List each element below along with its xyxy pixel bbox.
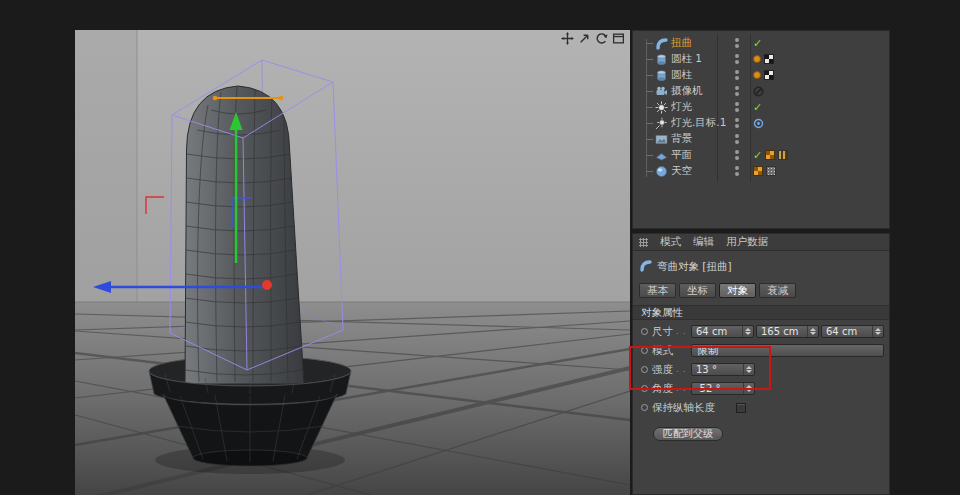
- object-row-camera[interactable]: 摄像机: [633, 83, 889, 99]
- object-label: 灯光.目标.1: [671, 116, 726, 130]
- grip-icon[interactable]: [639, 238, 648, 247]
- field-value: 64 cm: [826, 326, 857, 337]
- visibility-dots[interactable]: [735, 134, 739, 144]
- spin-down-icon: [746, 389, 752, 392]
- size-x-field[interactable]: 64 cm: [691, 325, 754, 338]
- protection-tag-icon[interactable]: [753, 82, 764, 101]
- viewport-toolbar: [561, 32, 625, 45]
- maximize-icon[interactable]: [612, 32, 625, 45]
- property-row-strength: 强度 . . . . . . . 13 °: [633, 360, 889, 379]
- object-row-light-target[interactable]: 灯光.目标.1: [633, 115, 889, 131]
- object-label: 灯光: [671, 100, 692, 114]
- tree-connector: [647, 59, 653, 60]
- tab-basic[interactable]: 基本: [639, 283, 676, 298]
- object-manager: 扭曲 ✓ 圆柱 1: [632, 30, 890, 229]
- object-row-plane[interactable]: 平面 ✓: [633, 147, 889, 163]
- viewport-canvas[interactable]: [75, 30, 630, 495]
- texture-tag-icon[interactable]: [764, 70, 774, 80]
- sky-icon: [655, 165, 668, 178]
- tab-object[interactable]: 对象: [719, 283, 756, 298]
- keyframe-circle[interactable]: [641, 347, 648, 354]
- rotate-icon[interactable]: [595, 32, 608, 45]
- enabled-check-icon[interactable]: ✓: [753, 38, 762, 49]
- tree-connector: [647, 171, 653, 172]
- property-row-angle: 角度 . . . . . . . -52 °: [633, 379, 889, 398]
- compositing-tag-icon[interactable]: [778, 150, 788, 160]
- tab-coordinates[interactable]: 坐标: [679, 283, 716, 298]
- background-icon: [655, 133, 668, 146]
- target-tag-icon[interactable]: [753, 114, 764, 133]
- enabled-check-icon[interactable]: ✓: [753, 102, 762, 113]
- visibility-dots[interactable]: [735, 102, 739, 112]
- field-spinner[interactable]: [872, 326, 883, 337]
- attribute-manager: 模式 编辑 用户数据 弯曲对象 [扭曲] 基本 坐标 对象 衰减 对象属性 尺寸…: [632, 233, 890, 495]
- tree-connector: [647, 155, 653, 156]
- property-label: 尺寸: [652, 325, 673, 339]
- visibility-dots[interactable]: [735, 118, 739, 128]
- angle-field[interactable]: -52 °: [691, 382, 755, 395]
- phong-tag-icon[interactable]: [753, 71, 761, 79]
- field-spinner[interactable]: [743, 364, 754, 375]
- plane-icon: [655, 149, 668, 162]
- property-label: 保持纵轴长度: [652, 401, 715, 415]
- enabled-check-icon[interactable]: ✓: [753, 150, 762, 161]
- tree-connector: [647, 123, 653, 124]
- texture-tag-icon[interactable]: [764, 54, 774, 64]
- keep-length-checkbox[interactable]: [736, 403, 746, 413]
- texture-tag-icon[interactable]: [765, 150, 775, 160]
- spin-down-icon: [745, 332, 751, 335]
- object-row-background[interactable]: 背景: [633, 131, 889, 147]
- visibility-dots[interactable]: [735, 150, 739, 160]
- dotted-leader: . . . . . . .: [676, 384, 691, 393]
- menu-userdata[interactable]: 用户数据: [726, 235, 768, 249]
- keyframe-circle[interactable]: [641, 328, 648, 335]
- phong-tag-icon[interactable]: [753, 55, 761, 63]
- tree-connector: [647, 43, 653, 44]
- menu-edit[interactable]: 编辑: [693, 235, 714, 249]
- strength-field[interactable]: 13 °: [691, 363, 755, 376]
- material-tag-icon[interactable]: [766, 166, 776, 176]
- visibility-dots[interactable]: [735, 166, 739, 176]
- property-row-mode: 模式 限制: [633, 341, 889, 360]
- menu-mode[interactable]: 模式: [660, 235, 681, 249]
- object-row-sky[interactable]: 天空: [633, 163, 889, 179]
- object-label: 背景: [671, 132, 692, 146]
- camera-icon: [655, 85, 668, 98]
- section-object-properties: 对象属性: [633, 305, 889, 320]
- viewport[interactable]: [75, 30, 630, 495]
- object-label: 摄像机: [671, 84, 703, 98]
- tree-connector: [647, 107, 653, 108]
- pan-icon[interactable]: [561, 32, 574, 45]
- cylinder-icon: [655, 53, 668, 66]
- object-row-cylinder-1[interactable]: 圆柱 1: [633, 51, 889, 67]
- field-spinner[interactable]: [807, 326, 818, 337]
- zoom-icon[interactable]: [578, 32, 591, 45]
- visibility-dots[interactable]: [735, 54, 739, 64]
- size-z-field[interactable]: 64 cm: [821, 325, 884, 338]
- visibility-dots[interactable]: [735, 70, 739, 80]
- spin-down-icon: [746, 370, 752, 373]
- field-spinner[interactable]: [742, 326, 753, 337]
- object-label: 平面: [671, 148, 692, 162]
- tree-connector: [647, 91, 653, 92]
- mode-dropdown[interactable]: 限制: [691, 344, 884, 357]
- texture-tag-icon[interactable]: [753, 166, 763, 176]
- object-title-row: 弯曲对象 [扭曲]: [633, 251, 889, 280]
- dotted-leader: . . . . . . .: [676, 365, 691, 374]
- object-row-bend[interactable]: 扭曲 ✓: [633, 35, 889, 51]
- property-label: 角度: [652, 382, 673, 396]
- property-row-size: 尺寸 . . . . . . . 64 cm 165 cm 64 cm: [633, 322, 889, 341]
- field-value: 13 °: [696, 364, 717, 375]
- fit-to-parent-button[interactable]: 匹配到父级: [653, 427, 723, 441]
- field-value: -52 °: [696, 383, 721, 394]
- keyframe-circle[interactable]: [641, 385, 648, 392]
- tree-connector: [647, 75, 653, 76]
- visibility-dots[interactable]: [735, 38, 739, 48]
- keyframe-circle[interactable]: [641, 366, 648, 373]
- field-spinner[interactable]: [743, 383, 754, 394]
- size-y-field[interactable]: 165 cm: [756, 325, 819, 338]
- tab-falloff[interactable]: 衰减: [759, 283, 796, 298]
- keyframe-circle[interactable]: [641, 404, 648, 411]
- visibility-dots[interactable]: [735, 86, 739, 96]
- object-label: 圆柱 1: [671, 52, 702, 66]
